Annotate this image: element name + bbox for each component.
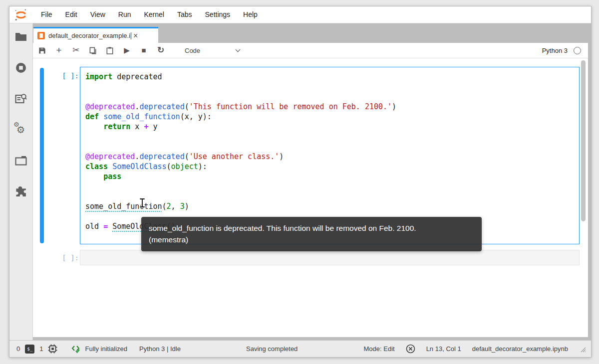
notebook-toolbar: + ✂ ▶ ■ ↻ Code <box>33 43 588 58</box>
code-line <box>85 191 574 201</box>
menu-settings[interactable]: Settings <box>199 6 237 23</box>
terminal-icon: $_ <box>25 345 34 354</box>
cell-type-dropdown[interactable]: Code <box>185 47 240 54</box>
code-line: import deprecated <box>85 72 574 82</box>
lsp-status[interactable]: Fully initialized <box>71 345 127 354</box>
copy-cells-icon[interactable] <box>89 46 97 54</box>
notifications-off-icon[interactable] <box>406 344 415 354</box>
kernel-status-icon[interactable] <box>574 47 581 54</box>
terminals-count: 0 <box>16 345 20 353</box>
tab-title-truncation-bar <box>131 32 131 39</box>
mode-indicator: Mode: Edit <box>363 345 394 353</box>
stop-kernel-icon[interactable]: ■ <box>140 46 148 54</box>
tab-notebook[interactable]: default_decorator_example.i × <box>33 27 158 43</box>
menu-help[interactable]: Help <box>237 6 264 23</box>
code-line: @deprecated.deprecated('This function wi… <box>85 102 574 112</box>
code-lines-container: import deprecated @deprecated.deprecated… <box>85 72 574 231</box>
paste-cells-icon[interactable] <box>106 46 114 54</box>
text-cursor-pointer-icon <box>139 198 146 208</box>
menu-kernel[interactable]: Kernel <box>137 6 170 23</box>
notebook-content: [ ]: import deprecated @deprecated.depre… <box>33 58 588 337</box>
jupyterlab-window: File Edit View Run Kernel Tabs Settings … <box>9 6 592 358</box>
cell-type-value: Code <box>185 47 200 54</box>
code-line <box>85 82 574 92</box>
code-line: pass <box>85 172 574 182</box>
tab-bar: default_decorator_example.i × <box>33 23 591 43</box>
empty-cell-editor[interactable] <box>80 250 580 265</box>
menubar: File Edit View Run Kernel Tabs Settings … <box>9 6 591 23</box>
file-browser-icon[interactable] <box>13 29 28 44</box>
menu-run[interactable]: Run <box>112 6 138 23</box>
cell-input-prompt: [ ]: <box>48 72 79 80</box>
kernel-chip-icon <box>48 344 57 354</box>
jupyter-logo-icon <box>14 8 27 22</box>
notebook-panel: + ✂ ▶ ■ ↻ Code <box>33 43 588 337</box>
code-line: class SomeOldClass(object): <box>85 162 574 172</box>
cursor-position-text[interactable]: Ln 13, Col 1 <box>426 345 461 353</box>
vertical-scrollbar-thumb[interactable] <box>581 60 586 221</box>
dock-panel: default_decorator_example.i × + ✂ <box>33 23 591 340</box>
cell-collapser[interactable] <box>40 68 44 243</box>
resize-grip-icon[interactable] <box>579 346 586 353</box>
code-line: return x + y <box>85 122 574 132</box>
code-line: some_old_function(2, 3) <box>85 201 574 211</box>
add-cell-icon[interactable]: + <box>55 46 63 54</box>
menu-edit[interactable]: Edit <box>59 6 84 23</box>
notebook-icon <box>37 32 45 39</box>
restart-kernel-icon[interactable]: ↻ <box>157 46 165 54</box>
deprecation-tooltip: some_old_function is deprecated. This fu… <box>141 217 482 251</box>
open-tabs-icon[interactable] <box>13 153 28 168</box>
left-sidebar: ⚙⚙ <box>9 23 33 340</box>
menu-view[interactable]: View <box>84 6 112 23</box>
run-cell-icon[interactable]: ▶ <box>123 46 131 54</box>
extension-manager-icon[interactable] <box>13 184 28 199</box>
code-line: def some_old_function(x, y): <box>85 112 574 122</box>
lsp-code-check-icon <box>71 345 81 354</box>
lsp-status-text: Fully initialized <box>85 345 127 353</box>
tooltip-line2: (memestra) <box>149 234 474 245</box>
code-line <box>85 182 574 191</box>
save-icon[interactable] <box>38 46 46 54</box>
tab-title: default_decorator_example.i <box>48 32 130 39</box>
menu-tabs[interactable]: Tabs <box>171 6 199 23</box>
settings-gears-icon[interactable]: ⚙⚙ <box>13 122 28 137</box>
tooltip-line1: some_old_function is deprecated. This fu… <box>149 222 474 234</box>
empty-cell-prompt: [ ]: <box>48 254 79 262</box>
status-bar: 0 $_ 1 Fully initialized Python 3 | Idle… <box>9 340 591 357</box>
chevron-down-icon <box>236 47 241 52</box>
kernel-name-label[interactable]: Python 3 <box>542 47 568 54</box>
code-line <box>85 142 574 152</box>
running-kernels-icon[interactable] <box>13 60 28 75</box>
kernels-count: 1 <box>39 345 43 353</box>
property-inspector-icon[interactable] <box>13 91 28 106</box>
running-sessions-status[interactable]: 0 $_ 1 <box>16 344 57 354</box>
code-line <box>85 92 574 102</box>
save-status-text: Saving completed <box>246 345 298 353</box>
filename-text: default_decorator_example.ipynb <box>472 345 568 353</box>
tab-close-icon[interactable]: × <box>133 32 138 39</box>
menu-file[interactable]: File <box>34 6 59 23</box>
kernel-status-text[interactable]: Python 3 | Idle <box>139 345 181 353</box>
code-line <box>85 132 574 142</box>
cut-cells-icon[interactable]: ✂ <box>72 46 80 54</box>
code-line: @deprecated.deprecated('Use another clas… <box>85 152 574 162</box>
